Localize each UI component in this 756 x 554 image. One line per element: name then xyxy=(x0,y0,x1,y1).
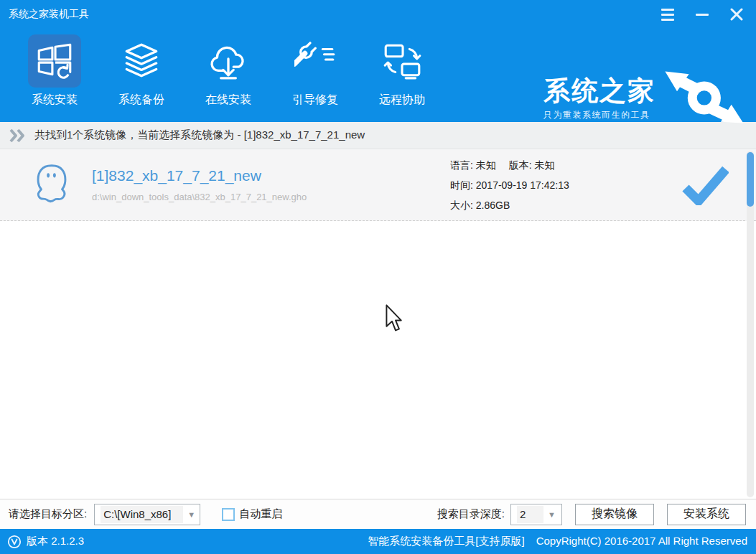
image-time: 时间: 2017-09-19 17:42:13 xyxy=(450,175,673,195)
image-size: 大小: 2.86GB xyxy=(450,195,673,215)
layers-icon xyxy=(115,34,168,88)
nav-label: 在线安装 xyxy=(205,93,251,108)
windows-refresh-icon xyxy=(28,34,81,88)
scrollbar-track[interactable] xyxy=(747,151,754,497)
nav-item-system-backup[interactable]: 系统备份 xyxy=(106,34,177,108)
chevron-down-icon: ▼ xyxy=(548,510,556,519)
selected-check-icon xyxy=(673,165,737,205)
brand-logo: 系统之家 只为重装系统而生的工具 xyxy=(543,66,746,132)
status-text: 共找到1个系统镜像，当前选择系统镜像为 - [1]832_xb_17_7_21_… xyxy=(34,128,365,142)
version-text: 版本 2.1.2.3 xyxy=(27,535,84,548)
partition-select[interactable]: C:\[Win8_x86] ▼ xyxy=(94,504,200,525)
image-list-area: [1]832_xb_17_7_21_new d:\win_down_tools_… xyxy=(0,149,756,499)
minimize-icon[interactable] xyxy=(694,6,710,22)
partition-label: 请选择目标分区: xyxy=(9,507,87,521)
ghost-icon xyxy=(29,159,79,211)
image-version: 版本: 未知 xyxy=(509,159,555,171)
remote-screens-icon xyxy=(375,34,429,88)
footer-bar: 版本 2.1.2.3 智能系统安装备份工具[支持原版] CopyRight(C)… xyxy=(0,529,756,554)
nav-item-online-install[interactable]: 在线安装 xyxy=(192,34,264,108)
image-file-path: d:\win_down_tools_data\832_xb_17_7_21_ne… xyxy=(92,192,450,202)
title-bar: 系统之家装机工具 xyxy=(0,0,756,29)
image-name-link[interactable]: [1]832_xb_17_7_21_new xyxy=(92,167,450,184)
bottom-control-bar: 请选择目标分区: C:\[Win8_x86] ▼ 自动重启 搜索目录深度: 2 … xyxy=(0,499,756,529)
menu-icon[interactable] xyxy=(660,6,676,22)
brand-tagline: 只为重装系统而生的工具 xyxy=(543,109,655,121)
image-language: 语言: 未知 xyxy=(450,159,496,171)
nav-label: 系统备份 xyxy=(118,93,164,108)
depth-value: 2 xyxy=(517,506,543,523)
auto-restart-checkbox[interactable] xyxy=(222,508,235,521)
partition-value: C:\[Win8_x86] xyxy=(101,506,183,523)
install-system-button[interactable]: 安装系统 xyxy=(667,504,746,525)
cloud-download-icon xyxy=(202,34,255,88)
scrollbar-thumb[interactable] xyxy=(747,152,754,207)
depth-select[interactable]: 2 ▼ xyxy=(510,504,562,525)
depth-label: 搜索目录深度: xyxy=(437,507,505,521)
auto-restart-label: 自动重启 xyxy=(239,507,282,521)
close-icon[interactable] xyxy=(729,6,745,22)
main-nav: 系统安装 系统备份 在线安装 xyxy=(0,29,756,122)
app-window: 系统之家装机工具 系统安装 xyxy=(0,0,756,554)
search-image-button[interactable]: 搜索镜像 xyxy=(575,504,654,525)
nav-item-boot-repair[interactable]: 引导修复 xyxy=(279,34,351,108)
nav-item-system-install[interactable]: 系统安装 xyxy=(19,34,90,108)
brand-name: 系统之家 xyxy=(543,77,655,106)
window-controls xyxy=(660,6,749,22)
footer-app-text: 智能系统安装备份工具[支持原版] xyxy=(368,535,524,548)
window-title: 系统之家装机工具 xyxy=(9,8,89,21)
nav-label: 引导修复 xyxy=(292,93,338,108)
wrench-icon xyxy=(289,34,342,88)
nav-label: 系统安装 xyxy=(32,93,78,108)
image-metadata: 语言: 未知版本: 未知 时间: 2017-09-19 17:42:13 大小:… xyxy=(450,155,673,215)
mouse-cursor xyxy=(385,304,406,337)
nav-label: 远程协助 xyxy=(379,93,425,108)
chevron-down-icon: ▼ xyxy=(187,510,195,519)
swoosh-arrow-icon xyxy=(660,66,746,132)
footer-copyright: CopyRight(C) 2016-2017 All Right Reserve… xyxy=(536,535,747,548)
image-list-row[interactable]: [1]832_xb_17_7_21_new d:\win_down_tools_… xyxy=(0,149,756,221)
nav-item-remote-assist[interactable]: 远程协助 xyxy=(366,34,438,108)
double-chevron-icon xyxy=(9,128,27,143)
version-icon xyxy=(7,535,22,549)
